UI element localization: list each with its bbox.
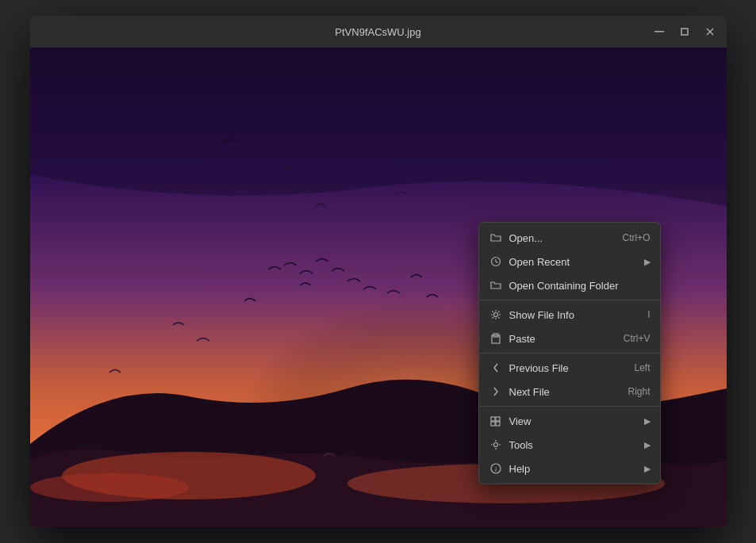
paste-label: Paste [509,333,617,345]
menu-item-next-file[interactable]: Next File Right [479,380,660,403]
show-info-shortcut: I [647,309,650,320]
menu-item-paste[interactable]: Paste Ctrl+V [479,327,660,350]
grid-icon [489,414,503,428]
svg-rect-16 [491,417,495,421]
window-title: PtVN9fACsWU.jpg [335,26,420,38]
view-arrow: ▶ [644,416,650,426]
menu-item-help[interactable]: i Help ▶ [479,457,660,480]
folder-icon [489,231,503,245]
paste-icon [489,331,503,346]
svg-line-12 [496,262,498,263]
open-recent-arrow: ▶ [644,257,650,267]
open-recent-label: Open Recent [509,256,641,268]
separator-3 [479,406,660,407]
folder2-icon [489,278,503,293]
next-file-label: Next File [509,386,622,398]
svg-rect-17 [496,417,500,421]
separator-2 [479,353,660,354]
svg-point-20 [493,443,497,447]
paste-shortcut: Ctrl+V [624,333,650,344]
svg-text:i: i [494,465,497,473]
svg-point-8 [30,473,189,502]
open-label: Open... [509,232,616,244]
separator-1 [479,300,660,300]
show-info-label: Show File Info [509,309,642,321]
menu-item-open-recent[interactable]: Open Recent ▶ [479,250,660,273]
app-window: PtVN9fACsWU.jpg [30,16,727,527]
open-shortcut: Ctrl+O [622,232,650,243]
titlebar: PtVN9fACsWU.jpg [30,16,727,48]
close-button[interactable] [703,25,717,39]
menu-item-open[interactable]: Open... Ctrl+O [479,226,660,250]
menu-item-view[interactable]: View ▶ [479,409,660,433]
svg-point-13 [493,313,497,317]
next-file-shortcut: Right [627,386,650,397]
gear-icon [489,308,503,322]
info-icon: i [489,461,503,476]
clock-icon [489,254,503,269]
help-label: Help [509,463,641,475]
image-area[interactable]: Open... Ctrl+O Open Recent ▶ [30,48,727,527]
svg-rect-19 [496,422,500,426]
menu-item-tools[interactable]: Tools ▶ [479,433,660,457]
chevron-right-icon [489,384,503,399]
maximize-button[interactable] [677,25,692,39]
menu-item-open-folder[interactable]: Open Containing Folder [479,273,660,297]
view-label: View [509,415,641,427]
svg-rect-0 [654,31,664,33]
prev-file-label: Previous File [509,362,628,374]
window-controls [652,25,717,39]
menu-item-show-info[interactable]: Show File Info I [479,303,660,327]
minimize-button[interactable] [652,25,666,39]
help-arrow: ▶ [644,464,650,474]
tools-gear-icon [489,438,503,452]
chevron-left-icon [489,361,503,375]
open-folder-label: Open Containing Folder [509,280,650,292]
context-menu: Open... Ctrl+O Open Recent ▶ [478,222,661,484]
tools-arrow: ▶ [644,440,650,450]
menu-item-prev-file[interactable]: Previous File Left [479,356,660,380]
svg-rect-1 [681,29,688,35]
tools-label: Tools [509,439,641,451]
prev-file-shortcut: Left [634,362,650,373]
svg-rect-18 [491,422,495,426]
